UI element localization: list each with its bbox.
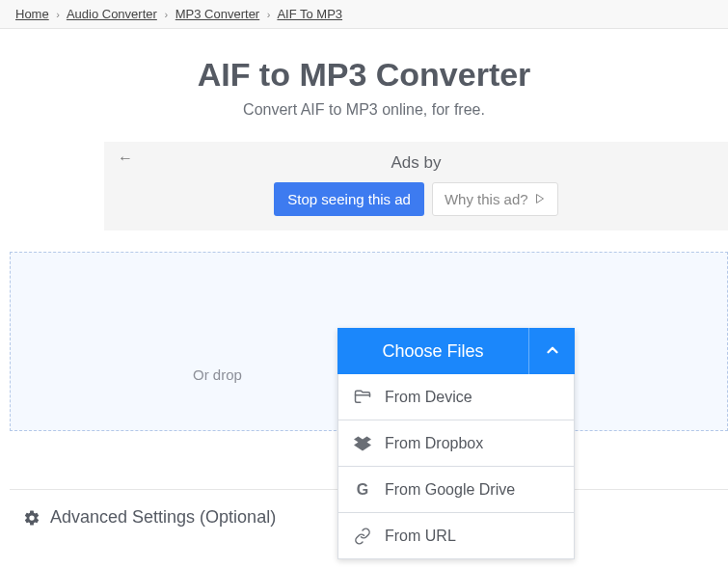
link-icon [354, 528, 371, 545]
dropbox-icon [354, 435, 371, 452]
choose-files-dropdown: Choose Files From Device From Dropbox G … [337, 328, 575, 559]
from-google-drive-item[interactable]: G From Google Drive [337, 467, 575, 513]
chevron-up-icon [544, 341, 561, 362]
svg-marker-0 [536, 195, 543, 203]
google-icon: G [354, 481, 371, 499]
folder-icon [354, 389, 371, 406]
breadcrumb-aif-to-mp3[interactable]: AIF To MP3 [277, 7, 342, 21]
choose-files-button[interactable]: Choose Files [337, 328, 528, 374]
advanced-settings-label: Advanced Settings (Optional) [50, 507, 276, 528]
page-subtitle: Convert AIF to MP3 online, for free. [0, 101, 728, 119]
from-dropbox-label: From Dropbox [385, 435, 483, 452]
why-this-ad-label: Why this ad? [445, 191, 528, 207]
breadcrumb: Home › Audio Converter › MP3 Converter ›… [0, 0, 728, 29]
from-device-item[interactable]: From Device [337, 374, 575, 420]
arrow-left-icon[interactable]: ← [118, 149, 133, 167]
breadcrumb-audio-converter[interactable]: Audio Converter [67, 7, 157, 21]
page-title: AIF to MP3 Converter [0, 56, 728, 94]
from-device-label: From Device [385, 389, 472, 406]
ad-panel: ← Ads by Stop seeing this ad Why this ad… [104, 142, 728, 230]
from-google-drive-label: From Google Drive [385, 481, 515, 499]
adchoices-icon [534, 191, 546, 207]
ads-by-label: Ads by [104, 153, 728, 173]
from-url-item[interactable]: From URL [337, 513, 575, 559]
chevron-right-icon: › [56, 9, 60, 20]
breadcrumb-home[interactable]: Home [15, 7, 49, 21]
dropdown-toggle-button[interactable] [528, 328, 575, 374]
breadcrumb-mp3-converter[interactable]: MP3 Converter [175, 7, 259, 21]
why-this-ad-button[interactable]: Why this ad? [432, 182, 558, 216]
from-url-label: From URL [385, 528, 456, 545]
chevron-right-icon: › [267, 9, 271, 20]
stop-seeing-ad-button[interactable]: Stop seeing this ad [274, 182, 424, 216]
chevron-right-icon: › [164, 9, 168, 20]
gear-icon [23, 509, 40, 527]
from-dropbox-item[interactable]: From Dropbox [337, 420, 575, 467]
